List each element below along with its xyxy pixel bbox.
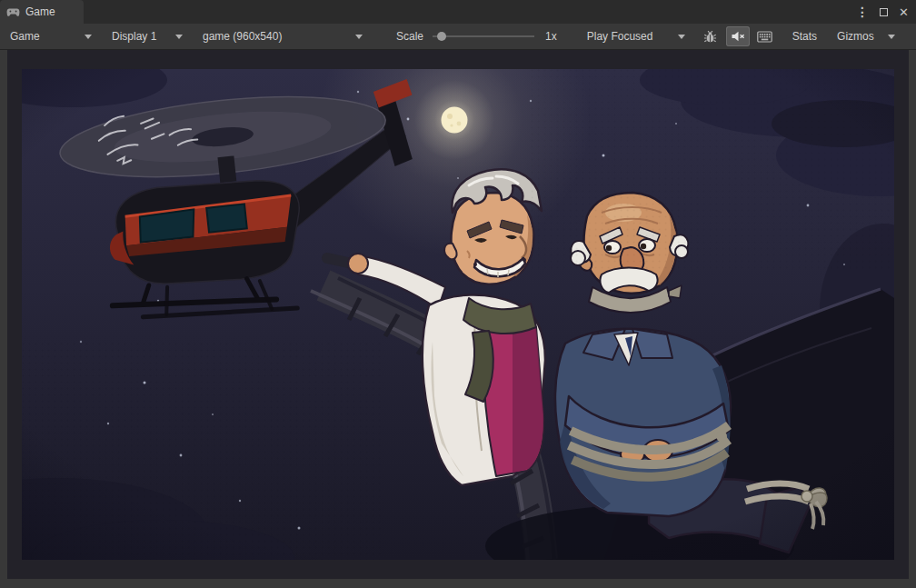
tab-strip: Game ⋮ ✕ bbox=[0, 0, 916, 24]
chevron-down-icon bbox=[175, 35, 183, 39]
resolution-dropdown[interactable]: game (960x540) bbox=[196, 27, 369, 46]
close-button[interactable]: ✕ bbox=[899, 6, 909, 18]
stats-button[interactable]: Stats bbox=[784, 27, 825, 46]
scale-control: Scale 1x bbox=[396, 30, 557, 43]
maximize-icon bbox=[880, 8, 888, 16]
debug-button[interactable] bbox=[699, 26, 722, 46]
scale-slider-knob[interactable] bbox=[437, 32, 446, 41]
chevron-down-icon bbox=[678, 35, 685, 39]
play-mode-dropdown[interactable]: Play Focused bbox=[581, 27, 692, 46]
game-viewport-surround bbox=[7, 50, 909, 579]
scale-value: 1x bbox=[545, 30, 557, 43]
tab-game[interactable]: Game bbox=[0, 0, 84, 24]
resolution-dropdown-label: game (960x540) bbox=[203, 30, 282, 43]
game-menu-dropdown[interactable]: Game bbox=[4, 27, 98, 46]
bug-icon bbox=[703, 30, 717, 44]
vignette bbox=[22, 69, 894, 560]
chevron-down-icon bbox=[85, 35, 92, 39]
gizmos-dropdown[interactable]: Gizmos bbox=[831, 27, 901, 46]
scale-slider-track bbox=[433, 35, 534, 37]
scale-label: Scale bbox=[396, 30, 423, 43]
mute-audio-button[interactable] bbox=[726, 26, 750, 46]
speaker-muted-icon bbox=[731, 29, 745, 44]
unity-game-window: Game ⋮ ✕ Game Display 1 game (960x540) S… bbox=[0, 0, 916, 588]
gamepad-icon bbox=[6, 7, 20, 17]
game-viewport[interactable] bbox=[22, 69, 894, 560]
tab-game-label: Game bbox=[25, 5, 55, 18]
window-menu-button[interactable]: ⋮ bbox=[856, 5, 869, 18]
play-mode-label: Play Focused bbox=[587, 30, 653, 43]
window-controls: ⋮ ✕ bbox=[856, 0, 909, 24]
keyboard-icon bbox=[757, 31, 772, 43]
game-menu-label: Game bbox=[10, 30, 40, 43]
display-dropdown-label: Display 1 bbox=[112, 30, 156, 43]
keyboard-button[interactable] bbox=[753, 26, 777, 46]
gizmos-label: Gizmos bbox=[837, 30, 874, 43]
game-scene-illustration bbox=[22, 69, 894, 560]
maximize-button[interactable] bbox=[880, 6, 888, 18]
game-view-toolbar: Game Display 1 game (960x540) Scale 1x P… bbox=[0, 24, 916, 50]
game-area bbox=[0, 50, 916, 588]
scale-slider[interactable] bbox=[433, 31, 534, 42]
chevron-down-icon bbox=[888, 35, 895, 39]
chevron-down-icon bbox=[355, 35, 363, 39]
display-dropdown[interactable]: Display 1 bbox=[105, 27, 189, 46]
